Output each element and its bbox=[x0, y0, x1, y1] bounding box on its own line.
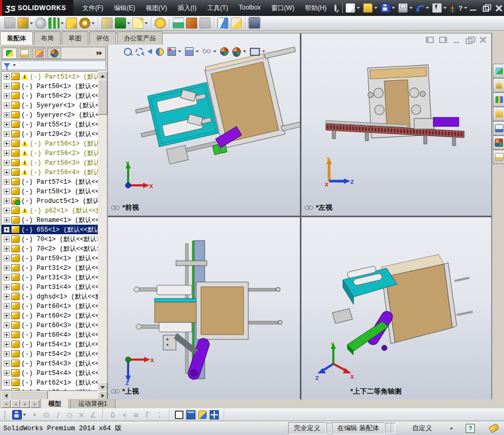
select-tool-button[interactable] bbox=[431, 2, 448, 14]
new-document-button[interactable] bbox=[345, 2, 361, 14]
filter-dropdown[interactable] bbox=[13, 64, 16, 66]
tree-item[interactable]: (-) Part60<1> (默认<<默 bbox=[2, 301, 98, 311]
tree-item[interactable]: (-) Part54<1> (默认<<默 bbox=[2, 339, 98, 349]
menu-file[interactable]: 文件(F) bbox=[78, 2, 108, 15]
linear-component-pattern-button[interactable] bbox=[47, 17, 65, 29]
menu-tools[interactable]: 工具(T) bbox=[203, 2, 233, 15]
expand-toggle-icon[interactable] bbox=[4, 83, 10, 89]
bill-of-materials-button[interactable] bbox=[172, 17, 185, 29]
tree-item[interactable]: (-) Part56<4> (默认< bbox=[2, 167, 98, 177]
tree-item[interactable]: (-) 5yeryer<1> (默认<<默 bbox=[2, 100, 98, 110]
tree-item[interactable]: (-) p62<1> (默认<<默 bbox=[2, 206, 98, 215]
tree-item[interactable]: (-) Part31<2> (默认<<默 bbox=[2, 263, 98, 272]
expand-toggle-icon[interactable] bbox=[4, 141, 10, 147]
angle-tool-icon[interactable]: ∠ bbox=[89, 411, 97, 419]
tree-item[interactable]: (-) Part59<1> (默认<<默 bbox=[2, 253, 98, 263]
units-dropdown-icon[interactable] bbox=[450, 427, 453, 429]
help-button[interactable]: ? bbox=[457, 3, 468, 13]
tree-item[interactable]: (-) Part56<2> (默认< bbox=[2, 148, 98, 158]
tab-motion-study[interactable]: 运动算例1 bbox=[70, 399, 115, 410]
viewport-top[interactable]: X Z *上视 bbox=[108, 217, 300, 399]
open-part-button[interactable] bbox=[16, 17, 34, 29]
fillet-tool-icon[interactable]: δ bbox=[108, 411, 117, 419]
undo-button[interactable] bbox=[415, 3, 430, 13]
featuremanager-tree-tab[interactable] bbox=[3, 48, 16, 59]
menu-insert[interactable]: 插入(I) bbox=[173, 2, 201, 15]
tree-item[interactable]: (-) Part54<2> (默认<<默 bbox=[2, 349, 98, 359]
menu-window[interactable]: 窗口(W) bbox=[266, 2, 299, 15]
move-component-button[interactable] bbox=[78, 17, 96, 29]
panel-expand-chevron[interactable] bbox=[97, 51, 102, 55]
doc-minimize-button[interactable] bbox=[452, 37, 460, 43]
reference-geometry-button[interactable] bbox=[131, 17, 149, 29]
expand-toggle-icon[interactable] bbox=[4, 275, 10, 280]
tree-item[interactable]: (-) Part57<1> (默认<<默 bbox=[2, 177, 98, 186]
expand-toggle-icon[interactable] bbox=[4, 169, 10, 175]
tree-item[interactable]: (-) Part54<4> (默认<<默 bbox=[2, 368, 98, 378]
instant3d-button[interactable] bbox=[216, 17, 230, 29]
next-window-button[interactable] bbox=[439, 37, 447, 43]
zoom-to-fit-button[interactable] bbox=[124, 48, 132, 56]
filter-funnel-icon[interactable] bbox=[4, 63, 10, 67]
expand-toggle-icon[interactable] bbox=[4, 189, 10, 194]
line-tool-icon[interactable]: / bbox=[54, 411, 62, 419]
points-tool-icon[interactable]: ⁚ bbox=[155, 411, 164, 419]
tree-item[interactable]: (-) Part50<1> (默认<<默 bbox=[2, 81, 98, 91]
view-orientation-button[interactable] bbox=[167, 47, 181, 56]
expand-toggle-icon[interactable] bbox=[4, 313, 10, 319]
four-view-button[interactable] bbox=[210, 411, 219, 419]
shaded-display-button[interactable] bbox=[187, 411, 195, 419]
tree-item[interactable]: (-) 655<1> (默认<<默认> bbox=[2, 225, 98, 234]
explode-line-sketch-button[interactable] bbox=[198, 17, 212, 29]
solidworks-resources-button[interactable] bbox=[493, 64, 504, 78]
tree-item[interactable]: (-) dghsd<1> (默认<<默认 bbox=[2, 292, 98, 301]
save-button[interactable] bbox=[380, 2, 396, 14]
expand-toggle-icon[interactable] bbox=[4, 131, 10, 137]
tree-item[interactable]: (-) Product5<1> (默认<默 bbox=[2, 196, 98, 206]
custom-properties-button[interactable] bbox=[493, 150, 504, 164]
tree-item[interactable]: (-) Part31<4> (默认<<默 bbox=[2, 282, 98, 292]
display-style-button[interactable] bbox=[185, 47, 199, 56]
print-button[interactable] bbox=[397, 2, 414, 14]
configurationmanager-tab[interactable] bbox=[32, 48, 46, 59]
tree-item[interactable]: (-) Part60<3> (默认<<默 bbox=[2, 320, 98, 330]
expand-toggle-icon[interactable] bbox=[4, 284, 10, 290]
tree-item[interactable]: (-) Part62<1> (默认<<默 bbox=[2, 387, 98, 391]
mate-button[interactable] bbox=[34, 17, 47, 29]
tree-item[interactable]: (-) 70<2> (默认<<默认>_ bbox=[2, 244, 98, 253]
expand-toggle-icon[interactable] bbox=[4, 332, 10, 338]
prev-tab-button[interactable] bbox=[11, 400, 20, 408]
expand-toggle-icon[interactable] bbox=[4, 342, 10, 347]
tree-item[interactable]: (-) Part56<1> (默认< bbox=[2, 139, 98, 148]
expand-toggle-icon[interactable] bbox=[4, 351, 10, 357]
design-library-button[interactable] bbox=[493, 92, 504, 107]
tree-item[interactable]: (-) Part60<4> (默认<<默 bbox=[2, 330, 98, 339]
tree-item[interactable]: (-) Part62<1> (默认<<默 bbox=[2, 378, 98, 387]
wireframe-display-button[interactable] bbox=[175, 411, 183, 419]
save-button-2[interactable] bbox=[11, 410, 27, 420]
menu-help[interactable]: 帮助(H) bbox=[300, 2, 332, 15]
tree-item[interactable]: (-) Part60<2> (默认<<默 bbox=[2, 311, 98, 320]
section-view-button[interactable] bbox=[156, 48, 164, 56]
open-document-button[interactable] bbox=[362, 2, 379, 14]
options-button[interactable] bbox=[449, 2, 456, 14]
tree-item[interactable]: (-) Part50<2> (默认<<默 bbox=[2, 91, 98, 100]
next-tab-button[interactable] bbox=[21, 400, 30, 408]
tree-vertical-scrollbar[interactable] bbox=[98, 71, 106, 391]
tab-model[interactable]: 模型 bbox=[40, 399, 69, 410]
close-button[interactable] bbox=[494, 4, 503, 12]
tree-item[interactable]: (-) Part29<2> (默认<<默 bbox=[2, 129, 98, 139]
assembly-features-button[interactable] bbox=[114, 17, 131, 29]
offset-tool-icon[interactable]: ≡ bbox=[132, 411, 140, 419]
expand-toggle-icon[interactable] bbox=[4, 255, 10, 261]
view-settings-button[interactable] bbox=[250, 48, 265, 56]
tab-office-products[interactable]: 办公室产品 bbox=[117, 31, 163, 45]
previous-view-button[interactable] bbox=[147, 49, 152, 54]
expand-toggle-icon[interactable] bbox=[4, 380, 10, 386]
last-tab-button[interactable] bbox=[30, 400, 39, 408]
expand-toggle-icon[interactable] bbox=[4, 122, 10, 127]
take-snapshot-button[interactable] bbox=[248, 17, 261, 29]
expand-toggle-icon[interactable] bbox=[4, 208, 10, 214]
tree-item[interactable]: (-) Part55<1> (默认<<默 bbox=[2, 120, 98, 129]
toolbar-grip[interactable] bbox=[4, 411, 7, 419]
